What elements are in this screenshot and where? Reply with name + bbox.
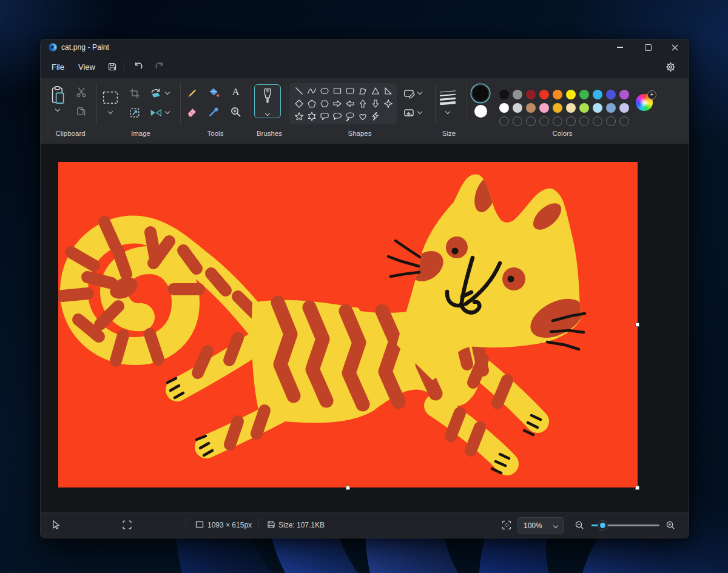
empty-color-slot[interactable] — [606, 116, 616, 126]
empty-color-slot[interactable] — [513, 116, 522, 126]
zoom-slider[interactable] — [592, 524, 659, 526]
redo-button[interactable] — [151, 59, 168, 75]
color-swatch[interactable] — [513, 90, 522, 99]
copy-button[interactable] — [76, 106, 87, 117]
maximize-icon — [645, 44, 652, 51]
fill-tool[interactable] — [208, 87, 220, 98]
color-swatch[interactable] — [619, 103, 629, 113]
empty-color-slot[interactable] — [499, 116, 509, 126]
shape-lightning[interactable] — [369, 110, 382, 123]
color-swatch[interactable] — [593, 103, 602, 113]
settings-button[interactable] — [662, 59, 679, 75]
color-swatch[interactable] — [526, 90, 536, 99]
shape-curve[interactable] — [305, 85, 318, 98]
shape-six-point-star[interactable] — [305, 110, 318, 123]
flip-dropdown[interactable] — [166, 110, 169, 113]
paste-button[interactable] — [50, 85, 65, 105]
save-button[interactable] — [104, 59, 121, 75]
menu-view[interactable]: View — [72, 59, 101, 74]
empty-color-slot[interactable] — [619, 116, 629, 126]
shape-oval[interactable] — [318, 85, 331, 98]
color-swatch[interactable] — [539, 90, 549, 99]
empty-color-slot[interactable] — [579, 116, 589, 126]
paste-dropdown[interactable] — [56, 107, 59, 111]
shape-triangle[interactable] — [369, 85, 382, 98]
color-swatch[interactable] — [499, 103, 509, 113]
eyedropper-tool[interactable] — [208, 106, 220, 118]
empty-color-slot[interactable] — [566, 116, 576, 126]
rotate-dropdown[interactable] — [166, 90, 169, 94]
color-swatch[interactable] — [566, 103, 576, 113]
color-swatch[interactable] — [526, 103, 536, 113]
shape-rounded-rectangle[interactable] — [343, 85, 356, 98]
shape-diamond[interactable] — [292, 98, 305, 110]
close-button[interactable] — [661, 39, 689, 55]
eraser-tool[interactable] — [186, 106, 198, 118]
shape-right-triangle[interactable] — [382, 85, 394, 98]
shape-arrow-right[interactable] — [331, 98, 343, 110]
empty-color-slot[interactable] — [593, 116, 602, 126]
resize-handle-bottom[interactable] — [346, 486, 350, 490]
shape-pentagon[interactable] — [305, 98, 318, 110]
color-swatch[interactable] — [539, 103, 549, 113]
color-swatch[interactable] — [579, 103, 589, 113]
shape-line[interactable] — [292, 85, 305, 98]
color-swatch[interactable] — [553, 103, 562, 113]
size-dropdown[interactable] — [446, 110, 450, 113]
zoom-in-icon[interactable] — [666, 520, 675, 530]
pencil-tool[interactable] — [186, 87, 198, 98]
shape-fill-button[interactable] — [403, 107, 416, 118]
size-button[interactable] — [439, 89, 457, 105]
cut-button[interactable] — [76, 87, 87, 98]
resize-handle-corner[interactable] — [635, 486, 639, 490]
shape-rounded-callout[interactable] — [318, 110, 331, 123]
shape-oval-callout[interactable] — [331, 110, 343, 123]
shape-arrow-up[interactable] — [356, 98, 369, 110]
zoom-dropdown[interactable]: 100% — [517, 517, 564, 534]
zoom-out-icon[interactable] — [575, 520, 584, 530]
select-dropdown[interactable] — [109, 110, 112, 113]
color-swatch[interactable] — [499, 90, 509, 99]
undo-button[interactable] — [129, 59, 146, 75]
shape-rectangle[interactable] — [331, 85, 343, 98]
menu-file[interactable]: File — [46, 59, 70, 74]
color-swatch[interactable] — [566, 90, 576, 99]
shape-outline-button[interactable] — [403, 88, 416, 99]
flip-button[interactable] — [150, 107, 162, 118]
shape-four-point-star[interactable] — [382, 98, 394, 110]
select-button[interactable] — [103, 90, 118, 105]
color-swatch[interactable] — [606, 103, 616, 113]
rotate-button[interactable] — [150, 88, 162, 99]
resize-button[interactable] — [129, 107, 140, 118]
minimize-button[interactable] — [606, 39, 634, 55]
shape-arrow-left[interactable] — [343, 98, 356, 110]
background-color-swatch[interactable] — [474, 105, 487, 118]
crop-button[interactable] — [129, 88, 140, 99]
shape-thought-bubble[interactable] — [343, 110, 356, 123]
shape-hexagon[interactable] — [318, 98, 331, 110]
shape-fill-dropdown[interactable] — [418, 110, 422, 113]
color-swatch[interactable] — [579, 90, 589, 99]
foreground-color-swatch[interactable] — [473, 85, 488, 101]
shape-polygon[interactable] — [356, 85, 369, 98]
empty-color-slot[interactable] — [526, 116, 536, 126]
brushes-button[interactable] — [254, 84, 281, 118]
pencil-icon — [186, 87, 198, 98]
maximize-button[interactable] — [634, 39, 662, 55]
empty-color-slot[interactable] — [553, 116, 562, 126]
empty-color-slot[interactable] — [539, 116, 549, 126]
shape-heart[interactable] — [356, 110, 369, 123]
color-swatch[interactable] — [553, 90, 562, 99]
color-swatch[interactable] — [619, 90, 629, 99]
zoom-slider-thumb[interactable] — [598, 520, 608, 531]
shape-outline-dropdown[interactable] — [418, 90, 422, 94]
text-tool[interactable]: A — [230, 86, 241, 98]
magnifier-tool[interactable] — [230, 106, 241, 118]
resize-handle-right[interactable] — [635, 323, 639, 327]
drawing-canvas[interactable] — [58, 162, 638, 488]
shape-arrow-down[interactable] — [369, 98, 382, 110]
shape-five-point-star[interactable] — [292, 110, 305, 123]
color-swatch[interactable] — [593, 90, 602, 99]
color-swatch[interactable] — [606, 90, 616, 99]
color-swatch[interactable] — [513, 103, 522, 113]
